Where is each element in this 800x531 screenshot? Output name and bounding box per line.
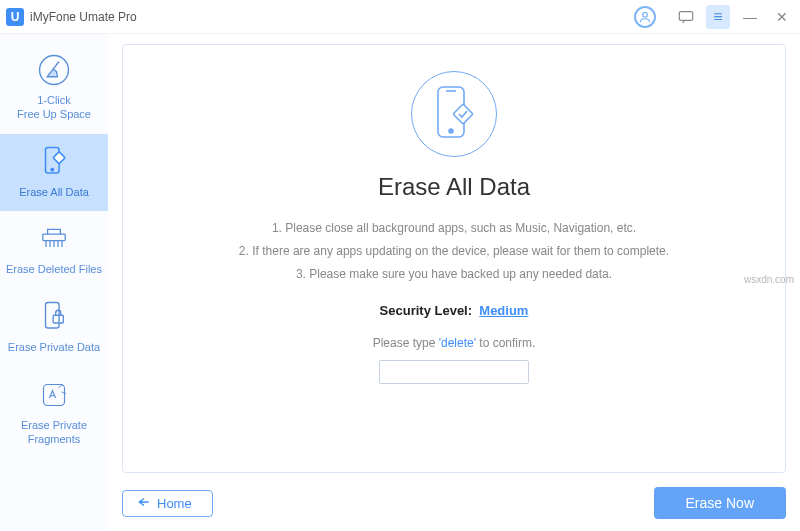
sidebar-item-label: Erase Private Fragments xyxy=(21,419,87,447)
close-button[interactable]: ✕ xyxy=(770,5,794,29)
feedback-icon[interactable] xyxy=(674,5,698,29)
sidebar-item-label: Erase Deleted Files xyxy=(6,263,102,277)
menu-icon[interactable]: ≡ xyxy=(706,5,730,29)
svg-rect-1 xyxy=(679,11,692,20)
back-arrow-icon xyxy=(137,496,151,511)
confirm-instruction: Please type 'delete' to confirm. xyxy=(373,336,536,350)
confirm-keyword: 'delete' xyxy=(439,336,476,350)
sidebar-item-erase-private-fragments[interactable]: Erase Private Fragments xyxy=(0,367,108,459)
erase-phone-hero-icon xyxy=(411,71,497,157)
sidebar-item-free-up-space[interactable]: 1-Click Free Up Space xyxy=(0,42,108,134)
watermark-text: wsxdn.com xyxy=(744,274,794,285)
security-level-label: Security Level: xyxy=(380,303,473,318)
instruction-list: 1. Please close all background apps, suc… xyxy=(239,217,669,285)
confirm-input[interactable] xyxy=(379,360,529,384)
svg-rect-13 xyxy=(453,104,473,124)
shredder-icon xyxy=(36,221,72,257)
sidebar-item-erase-all-data[interactable]: Erase All Data xyxy=(0,134,108,212)
content-card: Erase All Data 1. Please close all backg… xyxy=(122,44,786,473)
sidebar: 1-Click Free Up Space Erase All Data Era… xyxy=(0,34,108,531)
app-title: iMyFone Umate Pro xyxy=(30,10,137,24)
svg-point-0 xyxy=(643,12,648,17)
main-panel: Erase All Data 1. Please close all backg… xyxy=(108,34,800,531)
svg-rect-6 xyxy=(43,234,65,240)
instruction-step: 2. If there are any apps updating on the… xyxy=(239,240,669,263)
home-button[interactable]: Home xyxy=(122,490,213,517)
sidebar-item-label: Erase All Data xyxy=(19,186,89,200)
svg-point-11 xyxy=(449,129,453,133)
sidebar-item-label: Erase Private Data xyxy=(8,341,100,355)
phone-erase-icon xyxy=(36,144,72,180)
app-logo-icon: U xyxy=(6,8,24,26)
app-fragments-icon xyxy=(36,377,72,413)
page-heading: Erase All Data xyxy=(378,173,530,201)
phone-lock-icon xyxy=(36,299,72,335)
svg-rect-8 xyxy=(53,315,63,323)
sidebar-item-erase-private-data[interactable]: Erase Private Data xyxy=(0,289,108,367)
sidebar-item-label: 1-Click Free Up Space xyxy=(17,94,91,122)
account-icon[interactable] xyxy=(634,6,656,28)
svg-rect-5 xyxy=(53,151,65,163)
footer-bar: Home Erase Now xyxy=(122,487,786,519)
home-button-label: Home xyxy=(157,496,192,511)
sidebar-item-erase-deleted-files[interactable]: Erase Deleted Files xyxy=(0,211,108,289)
erase-now-button[interactable]: Erase Now xyxy=(654,487,786,519)
instruction-step: 1. Please close all background apps, suc… xyxy=(239,217,669,240)
security-level-row: Security Level: Medium xyxy=(380,303,529,318)
minimize-button[interactable]: — xyxy=(738,5,762,29)
instruction-step: 3. Please make sure you have backed up a… xyxy=(239,263,669,286)
title-bar: U iMyFone Umate Pro ≡ — ✕ xyxy=(0,0,800,34)
broom-icon xyxy=(36,52,72,88)
svg-point-4 xyxy=(51,168,53,170)
security-level-link[interactable]: Medium xyxy=(479,303,528,318)
